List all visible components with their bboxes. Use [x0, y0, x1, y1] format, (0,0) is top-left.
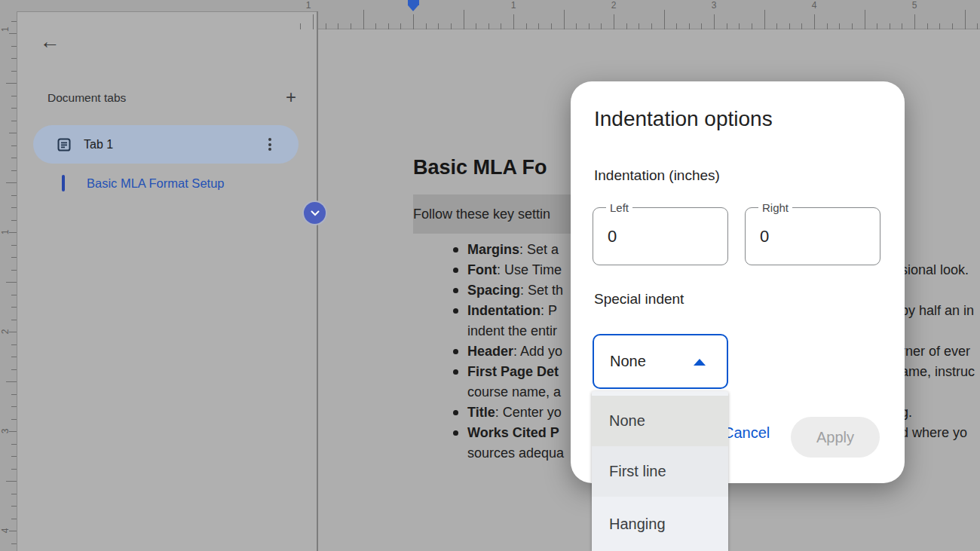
ruler-tick	[464, 10, 464, 29]
ruler-tick	[852, 23, 853, 29]
ruler-tick	[664, 10, 665, 29]
ruler-tick	[388, 23, 389, 29]
ruler-tick	[827, 23, 828, 29]
ruler-tick	[902, 23, 902, 29]
ruler-tick	[6, 381, 17, 382]
ruler-tick	[9, 531, 17, 531]
apply-button[interactable]: Apply	[791, 417, 880, 458]
ruler-tick	[11, 419, 17, 420]
ruler-tick	[413, 14, 414, 29]
ruler-tick	[727, 23, 727, 29]
ruler-tick	[438, 23, 439, 29]
ruler-tick	[764, 10, 765, 29]
ruler-tick	[589, 23, 590, 29]
ruler-tick	[11, 519, 17, 519]
ruler-tick	[313, 14, 314, 29]
ruler-tick	[9, 232, 17, 233]
outline-item[interactable]: Basic MLA Format Setup	[62, 175, 225, 191]
clipped-text-fragment: d where yo	[901, 423, 967, 443]
menu-item-first-line[interactable]: First line	[592, 446, 728, 497]
ruler-tick	[326, 23, 326, 29]
ruler-tick	[11, 121, 17, 121]
ruler-tick	[9, 431, 17, 432]
ruler-tick	[11, 195, 17, 196]
clipped-text-fragment: rner of ever	[901, 341, 970, 362]
ruler-tick	[614, 14, 614, 29]
ruler-tick	[513, 14, 514, 29]
ruler-tick	[526, 23, 527, 29]
ruler-tick	[375, 23, 376, 29]
right-indent-field: Right	[745, 207, 880, 265]
ruler-tick	[839, 23, 840, 29]
ruler-tick	[11, 207, 17, 208]
ruler-tick	[789, 23, 790, 29]
ruler-tick	[11, 96, 17, 96]
ruler-tick	[11, 158, 17, 158]
ruler-tick	[564, 10, 565, 29]
menu-item-hanging[interactable]: Hanging	[592, 497, 728, 551]
ruler-tick	[939, 23, 940, 29]
chevron-down-icon	[311, 210, 320, 216]
ruler-tick	[801, 23, 802, 29]
ruler-tick	[338, 23, 338, 29]
back-arrow-icon[interactable]: ←	[36, 29, 63, 56]
h-ruler-number: 1	[511, 0, 516, 11]
selected-text-highlight: Follow these key settin	[413, 194, 588, 234]
ruler-tick	[426, 23, 427, 29]
cancel-button[interactable]: Cancel	[723, 422, 770, 443]
ruler-tick	[914, 14, 915, 29]
ruler-tick	[739, 23, 740, 29]
ruler-tick	[11, 257, 17, 258]
ruler-tick	[9, 332, 17, 332]
ruler-tick	[689, 23, 690, 29]
outline-heading-link[interactable]: Basic MLA Format Setup	[87, 176, 225, 191]
ruler-tick	[488, 23, 489, 29]
ruler-tick	[11, 295, 17, 295]
ruler-tick	[351, 23, 351, 29]
ruler-tick	[9, 33, 17, 34]
h-ruler-number: 4	[812, 0, 817, 11]
tab-item-tab1[interactable]: Tab 1	[33, 125, 299, 164]
ruler-tick	[676, 23, 677, 29]
collapse-tabs-button[interactable]	[304, 202, 326, 224]
h-ruler-number: 1	[306, 0, 311, 11]
ruler-tick	[11, 406, 17, 407]
ruler-tick	[11, 245, 17, 246]
ruler-tick	[11, 58, 17, 59]
caret-up-icon	[694, 359, 706, 366]
clipped-text-fragment: sional look.	[901, 260, 969, 280]
ruler-tick	[300, 23, 301, 29]
menu-item-none[interactable]: None	[592, 396, 728, 446]
special-indent-select[interactable]: None	[593, 334, 728, 389]
ruler-tick	[701, 23, 702, 29]
panel-divider	[317, 11, 318, 551]
left-indent-input[interactable]	[593, 208, 727, 265]
h-ruler-number: 5	[912, 0, 917, 11]
ruler-tick	[639, 23, 639, 29]
ruler-tick	[626, 23, 627, 29]
add-tab-button[interactable]: +	[280, 87, 302, 109]
ruler-tick	[11, 307, 17, 308]
ruler-tick	[11, 170, 17, 171]
document-tabs-title: Document tabs	[47, 91, 126, 104]
right-indent-input[interactable]	[746, 208, 880, 265]
dialog-title: Indentation options	[594, 107, 773, 131]
ruler-tick	[11, 444, 17, 445]
ruler-tick	[11, 357, 17, 357]
tab-options-kebab-icon[interactable]	[268, 138, 271, 151]
h-ruler-number: 3	[712, 0, 717, 11]
special-indent-label: Special indent	[594, 291, 684, 308]
ruler-tick	[6, 182, 17, 183]
ruler-tick	[9, 133, 17, 133]
left-indent-field: Left	[593, 207, 728, 265]
horizontal-ruler: 1 1 2 3 4 5	[0, 0, 980, 29]
indent-marker-icon[interactable]	[408, 0, 419, 11]
ruler-tick	[11, 494, 17, 494]
ruler-tick	[11, 21, 17, 22]
vertical-ruler: 1 1 2 3 4	[0, 0, 17, 551]
h-ruler-number: 2	[611, 0, 617, 11]
ruler-tick	[11, 270, 17, 271]
ruler-tick	[890, 23, 890, 29]
special-indent-menu: None First line Hanging	[592, 391, 728, 551]
ruler-tick	[11, 369, 17, 370]
